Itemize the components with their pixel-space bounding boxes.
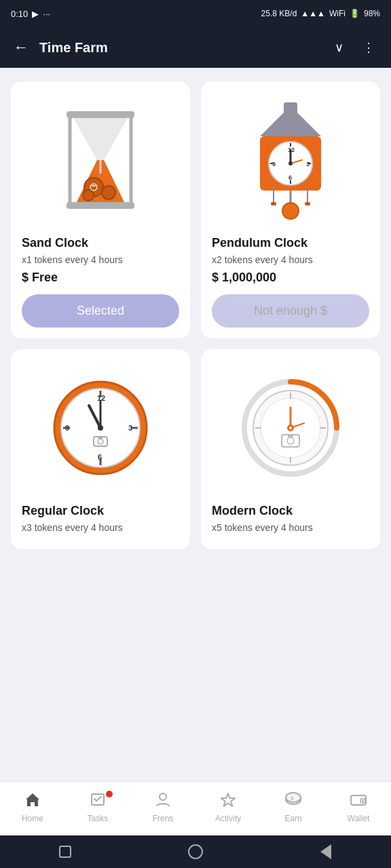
wifi-icon: WiFi (329, 9, 346, 18)
nav-frens-label: Frens (153, 814, 174, 823)
status-time: 0:10 (11, 9, 28, 19)
status-left: 0:10 ▶ ··· (11, 9, 50, 19)
svg-text:9: 9 (272, 161, 276, 167)
regular-clock-name: Regular Clock (22, 504, 104, 518)
earn-icon: $ (284, 792, 302, 811)
svg-rect-48 (98, 437, 103, 439)
svg-text:$: $ (291, 795, 294, 802)
tasks-icon (90, 792, 105, 811)
pendulum-clock-name: Pendulum Clock (212, 236, 308, 250)
svg-point-45 (98, 425, 103, 431)
status-arrow: ▶ (32, 9, 39, 19)
recent-apps-button[interactable] (54, 841, 76, 863)
wallet-icon (350, 792, 367, 811)
nav-earn-label: Earn (284, 814, 301, 823)
svg-point-59 (289, 427, 292, 429)
pendulum-clock-rate: x2 tokens every 4 hours (212, 254, 313, 265)
pendulum-clock-buy-button[interactable]: Not enough $ (212, 294, 369, 328)
more-options-icon[interactable]: ⋮ (357, 37, 380, 58)
chevron-down-icon[interactable]: ∨ (329, 37, 349, 58)
svg-point-26 (288, 161, 293, 165)
page-title: Time Farm (39, 40, 321, 56)
home-icon (24, 792, 41, 811)
svg-text:3: 3 (306, 161, 310, 167)
nav-wallet[interactable]: Wallet (338, 792, 379, 823)
status-right: 25.8 KB/d ▲▲▲ WiFi 🔋 98% (261, 9, 380, 18)
frens-icon (155, 792, 171, 811)
nav-activity[interactable]: Activity (208, 792, 248, 823)
svg-rect-30 (271, 202, 276, 205)
sand-clock-image (22, 92, 179, 228)
nav-tasks-label: Tasks (88, 814, 109, 823)
svg-rect-0 (67, 111, 134, 118)
status-dots: ··· (43, 9, 50, 19)
svg-rect-1 (67, 202, 134, 209)
svg-rect-62 (288, 435, 293, 437)
sand-clock-price: $ Free (22, 271, 58, 285)
pendulum-clock-price: $ 1,000,000 (212, 271, 276, 285)
battery-icon: 🔋 (350, 9, 360, 18)
svg-point-65 (160, 793, 166, 800)
svg-point-8 (102, 186, 115, 199)
svg-point-28 (282, 203, 299, 219)
clock-grid: Sand Clock x1 tokens every 4 hours $ Fre… (11, 81, 380, 549)
signal-icon: ▲▲▲ (301, 9, 325, 18)
svg-rect-32 (305, 202, 310, 205)
svg-text:6: 6 (98, 453, 102, 461)
regular-clock-rate: x3 tokens every 4 hours (22, 522, 123, 533)
clock-card-pendulum: 12 3 6 9 (201, 81, 380, 338)
battery-level: 98% (364, 9, 380, 18)
back-system-icon (320, 844, 331, 859)
activity-icon (220, 792, 236, 811)
tasks-badge (106, 791, 113, 797)
nav-tasks[interactable]: Tasks (77, 792, 118, 823)
status-bar: 0:10 ▶ ··· 25.8 KB/d ▲▲▲ WiFi 🔋 98% (0, 0, 391, 27)
pendulum-clock-image: 12 3 6 9 (212, 92, 369, 228)
nav-home[interactable]: Home (12, 792, 53, 823)
back-system-button[interactable] (315, 841, 337, 863)
svg-text:9: 9 (65, 424, 69, 432)
clock-card-regular: 12 3 6 9 Regular Clock x3 tokens (11, 349, 190, 549)
regular-clock-image: 12 3 6 9 (22, 360, 179, 496)
nav-wallet-label: Wallet (348, 814, 370, 823)
svg-marker-63 (26, 793, 39, 806)
nav-frens[interactable]: Frens (143, 792, 183, 823)
svg-point-72 (362, 800, 364, 802)
svg-rect-11 (92, 185, 96, 186)
home-button[interactable] (185, 841, 206, 863)
svg-text:6: 6 (288, 174, 292, 181)
nav-earn[interactable]: $ Earn (273, 792, 314, 823)
nav-activity-label: Activity (215, 814, 241, 823)
sand-clock-select-button[interactable]: Selected (22, 294, 179, 328)
modern-clock-rate: x5 tokens every 4 hours (212, 522, 313, 533)
svg-point-9 (83, 190, 94, 201)
content-area: Sand Clock x1 tokens every 4 hours $ Fre… (0, 68, 391, 781)
nav-home-label: Home (22, 814, 43, 823)
back-button[interactable]: ← (11, 36, 31, 59)
sand-clock-name: Sand Clock (22, 236, 88, 250)
sand-clock-rate: x1 tokens every 4 hours (22, 254, 123, 265)
recent-apps-icon (59, 846, 71, 858)
app-header: ← Time Farm ∨ ⋮ (0, 27, 391, 68)
bottom-navigation: Home Tasks Frens Activity $ Earn Wallet (0, 781, 391, 835)
svg-marker-4 (73, 118, 128, 160)
system-navigation (0, 835, 391, 868)
status-data: 25.8 KB/d (261, 9, 297, 18)
svg-text:3: 3 (128, 424, 132, 432)
clock-card-modern: Modern Clock x5 tokens every 4 hours (201, 349, 380, 549)
home-system-icon (188, 844, 203, 859)
modern-clock-name: Modern Clock (212, 504, 293, 518)
clock-card-sand: Sand Clock x1 tokens every 4 hours $ Fre… (11, 81, 190, 338)
svg-rect-70 (351, 795, 366, 805)
svg-marker-66 (221, 793, 235, 806)
modern-clock-image (212, 360, 369, 496)
svg-rect-13 (284, 102, 297, 113)
